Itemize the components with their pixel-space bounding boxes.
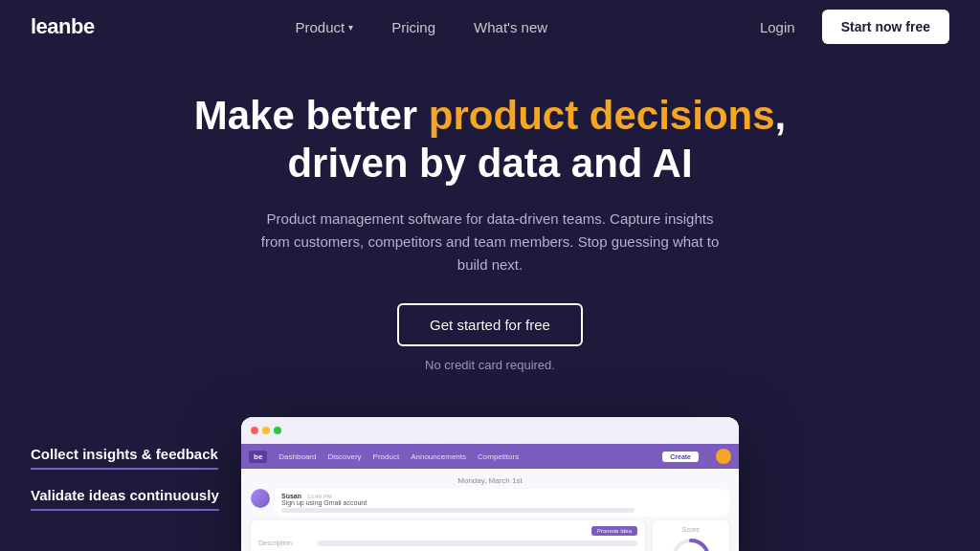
nav-item-pricing[interactable]: Pricing bbox=[376, 13, 451, 41]
hero-section: Make better product decisions, driven by… bbox=[0, 54, 980, 399]
hero-subtitle: Product management software for data-dri… bbox=[251, 208, 729, 276]
nav-item-whats-new[interactable]: What's new bbox=[458, 13, 563, 41]
hint-collect: Collect insights & feedback bbox=[31, 446, 295, 475]
nav-item-product[interactable]: Product ▾ bbox=[280, 13, 369, 41]
app-score-panel: Score 33 more info bbox=[653, 520, 729, 551]
bottom-hints: Collect insights & feedback Validate ide… bbox=[0, 446, 325, 551]
login-button[interactable]: Login bbox=[748, 13, 807, 41]
window-dot-red bbox=[251, 427, 258, 434]
bubble-content: Susan 13:49 PM Sign up using Gmail accou… bbox=[275, 489, 729, 517]
get-started-button[interactable]: Get started for free bbox=[397, 303, 583, 346]
logo[interactable]: leanbe bbox=[31, 14, 95, 39]
app-nav-competitors: Competitors bbox=[478, 452, 519, 461]
start-now-button[interactable]: Start now free bbox=[822, 10, 949, 44]
hero-title-line2: driven by data and AI bbox=[287, 141, 692, 186]
app-nav-announcements: Announcements bbox=[411, 452, 466, 461]
navbar: leanbe Product ▾ Pricing What's new Logi… bbox=[0, 0, 980, 54]
promote-idea-badge: Promote Idea bbox=[591, 526, 637, 536]
nav-right: Login Start now free bbox=[748, 10, 949, 44]
no-credit-text: No credit card required. bbox=[425, 358, 555, 372]
bubble-text-placeholder bbox=[281, 508, 635, 513]
hint-validate-title: Validate ideas continuously bbox=[31, 487, 219, 511]
hint-validate: Validate ideas continuously bbox=[31, 487, 295, 517]
hero-title-comma: , bbox=[775, 93, 787, 138]
hero-title-accent: product decisions bbox=[429, 93, 775, 138]
app-window-bar bbox=[241, 417, 739, 444]
hint-collect-title: Collect insights & feedback bbox=[31, 446, 218, 470]
hero-title: Make better product decisions, driven by… bbox=[194, 92, 786, 188]
chevron-down-icon: ▾ bbox=[348, 22, 353, 33]
app-nav-create-btn[interactable]: Create bbox=[662, 452, 699, 462]
nav-center: Product ▾ Pricing What's new bbox=[280, 13, 564, 41]
bubble-text: Sign up using Gmail account bbox=[281, 499, 723, 506]
app-nav-product: Product bbox=[373, 452, 400, 461]
form-bar-description bbox=[317, 540, 637, 546]
window-dot-yellow bbox=[262, 427, 270, 434]
app-user-avatar bbox=[716, 449, 731, 464]
app-nav-discovery: Discovery bbox=[327, 452, 361, 461]
hero-title-white1: Make better bbox=[194, 93, 429, 138]
score-circle: 33 bbox=[670, 537, 712, 551]
score-label: Score bbox=[682, 526, 700, 533]
window-dot-green bbox=[274, 427, 281, 434]
